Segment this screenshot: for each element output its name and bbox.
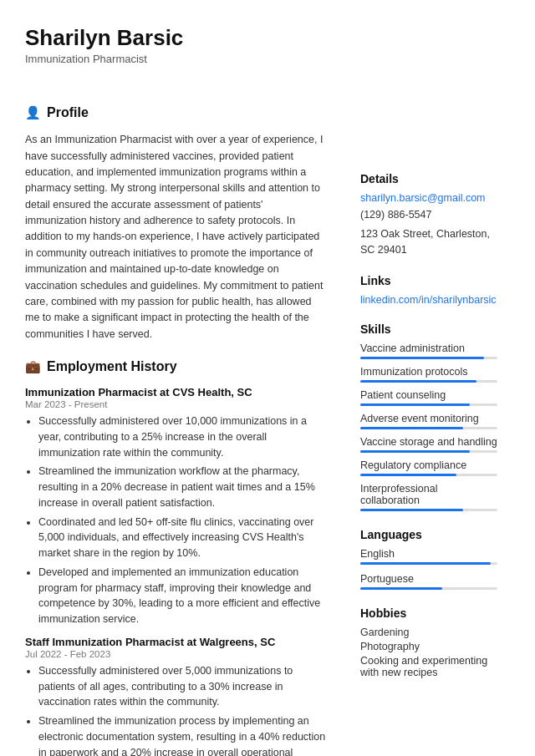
skill-bar-fill bbox=[360, 450, 470, 453]
skill-item: Immunization protocols bbox=[360, 366, 497, 383]
skill-bar-bg bbox=[360, 427, 497, 429]
list-item: Streamlined the immunization workflow at… bbox=[38, 464, 327, 510]
candidate-name: Sharilyn Barsic bbox=[25, 25, 322, 51]
lang-name: English bbox=[360, 548, 497, 560]
skill-item: Regulatory compliance bbox=[360, 459, 497, 476]
lang-name: Portuguese bbox=[360, 573, 497, 585]
hobbies-title: Hobbies bbox=[360, 606, 497, 620]
employment-section-title: 💼 Employment History bbox=[25, 359, 327, 378]
lang-bar-fill bbox=[360, 587, 442, 590]
job-1-date: Mar 2023 - Present bbox=[25, 399, 327, 409]
skill-bar-fill bbox=[360, 403, 470, 406]
linkedin-link[interactable]: linkedin.com/in/sharilynbarsic bbox=[360, 294, 497, 306]
job-1-bullets: Successfully administered over 10,000 im… bbox=[25, 414, 327, 627]
job-2: Staff Immunization Pharmacist at Walgree… bbox=[25, 636, 327, 756]
employment-section: 💼 Employment History Immunization Pharma… bbox=[25, 359, 327, 756]
skill-name: Patient counseling bbox=[360, 389, 497, 401]
skill-name: Vaccine administration bbox=[360, 342, 497, 354]
hobby-item: Cooking and experimenting with new recip… bbox=[360, 655, 497, 678]
skill-bar-fill bbox=[360, 474, 456, 476]
skill-bar-bg bbox=[360, 357, 497, 359]
skill-item: Interprofessional collaboration bbox=[360, 483, 497, 511]
hobby-item: Photography bbox=[360, 641, 497, 652]
skills-section: Skills Vaccine administration Immunizati… bbox=[360, 322, 497, 511]
skill-item: Vaccine storage and handling bbox=[360, 436, 497, 453]
skill-name: Vaccine storage and handling bbox=[360, 436, 497, 448]
lang-item: English bbox=[360, 548, 497, 565]
list-item: Successfully administered over 10,000 im… bbox=[38, 414, 327, 460]
skill-bar-bg bbox=[360, 403, 497, 406]
job-2-bullets: Successfully administered over 5,000 imm… bbox=[25, 663, 327, 756]
skill-name: Immunization protocols bbox=[360, 366, 497, 378]
profile-section-title: 👤 Profile bbox=[25, 105, 327, 124]
skill-bar-bg bbox=[360, 380, 497, 383]
address-text: 123 Oak Street, Charleston, SC 29401 bbox=[360, 226, 497, 258]
lang-bar-fill bbox=[360, 562, 491, 565]
phone-text: (129) 886-5547 bbox=[360, 207, 497, 223]
skill-bar-bg bbox=[360, 509, 497, 511]
skill-bar-fill bbox=[360, 380, 476, 383]
list-item: Streamlined the immunization process by … bbox=[38, 713, 327, 756]
lang-bar-bg bbox=[360, 562, 497, 565]
skill-name: Regulatory compliance bbox=[360, 459, 497, 471]
lang-item: Portuguese bbox=[360, 573, 497, 590]
skill-bar-fill bbox=[360, 509, 463, 511]
skills-title: Skills bbox=[360, 322, 497, 336]
list-item: Developed and implemented an immunizatio… bbox=[38, 565, 327, 627]
hobby-item: Gardening bbox=[360, 627, 497, 638]
list-item: Coordinated and led 50+ off-site flu cli… bbox=[38, 515, 327, 561]
job-2-title: Staff Immunization Pharmacist at Walgree… bbox=[25, 636, 327, 648]
skill-name: Adverse event monitoring bbox=[360, 413, 497, 424]
details-section: Details sharilyn.barsic@gmail.com (129) … bbox=[360, 172, 497, 257]
links-title: Links bbox=[360, 274, 497, 287]
skill-bar-bg bbox=[360, 474, 497, 476]
job-1: Immunization Pharmacist at CVS Health, S… bbox=[25, 386, 327, 627]
hobbies-section: Hobbies Gardening Photography Cooking an… bbox=[360, 606, 497, 678]
skill-bar-bg bbox=[360, 450, 497, 453]
languages-title: Languages bbox=[360, 528, 497, 541]
lang-bar-bg bbox=[360, 587, 497, 590]
list-item: Successfully administered over 5,000 imm… bbox=[38, 663, 327, 710]
candidate-title: Immunization Pharmacist bbox=[25, 53, 322, 65]
skill-item: Adverse event monitoring bbox=[360, 413, 497, 429]
employment-icon: 💼 bbox=[25, 359, 41, 374]
skill-item: Patient counseling bbox=[360, 389, 497, 406]
skill-name: Interprofessional collaboration bbox=[360, 483, 497, 506]
profile-section: 👤 Profile As an Immunization Pharmacist … bbox=[25, 105, 327, 342]
profile-icon: 👤 bbox=[25, 105, 41, 120]
languages-section: Languages English Portuguese bbox=[360, 528, 497, 590]
skill-item: Vaccine administration bbox=[360, 342, 497, 359]
email-link[interactable]: sharilyn.barsic@gmail.com bbox=[360, 192, 497, 204]
links-section: Links linkedin.com/in/sharilynbarsic bbox=[360, 274, 497, 306]
job-2-date: Jul 2022 - Feb 2023 bbox=[25, 649, 327, 659]
skill-bar-fill bbox=[360, 427, 463, 429]
profile-text: As an Immunization Pharmacist with over … bbox=[25, 132, 327, 342]
skill-bar-fill bbox=[360, 357, 484, 359]
job-1-title: Immunization Pharmacist at CVS Health, S… bbox=[25, 386, 327, 398]
details-title: Details bbox=[360, 172, 497, 185]
